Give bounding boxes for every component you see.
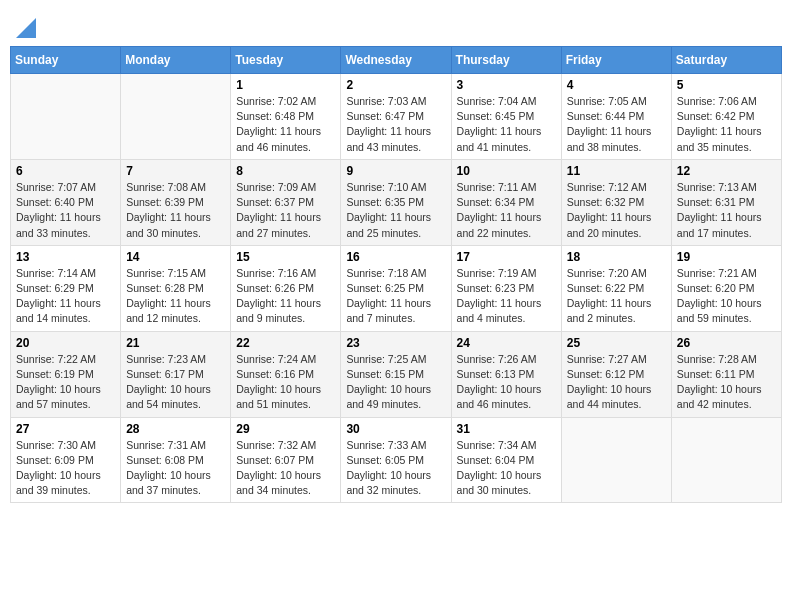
logo-icon (16, 14, 36, 38)
day-info: Sunrise: 7:20 AMSunset: 6:22 PMDaylight:… (567, 266, 666, 327)
day-number: 4 (567, 78, 666, 92)
weekday-header: Saturday (671, 47, 781, 74)
weekday-header: Monday (121, 47, 231, 74)
day-number: 17 (457, 250, 556, 264)
day-number: 19 (677, 250, 776, 264)
calendar-cell: 7Sunrise: 7:08 AMSunset: 6:39 PMDaylight… (121, 159, 231, 245)
calendar-cell: 6Sunrise: 7:07 AMSunset: 6:40 PMDaylight… (11, 159, 121, 245)
day-info: Sunrise: 7:04 AMSunset: 6:45 PMDaylight:… (457, 94, 556, 155)
day-info: Sunrise: 7:25 AMSunset: 6:15 PMDaylight:… (346, 352, 445, 413)
day-info: Sunrise: 7:32 AMSunset: 6:07 PMDaylight:… (236, 438, 335, 499)
calendar-cell: 15Sunrise: 7:16 AMSunset: 6:26 PMDayligh… (231, 245, 341, 331)
day-number: 25 (567, 336, 666, 350)
day-number: 9 (346, 164, 445, 178)
calendar-cell: 27Sunrise: 7:30 AMSunset: 6:09 PMDayligh… (11, 417, 121, 503)
day-number: 22 (236, 336, 335, 350)
day-info: Sunrise: 7:27 AMSunset: 6:12 PMDaylight:… (567, 352, 666, 413)
calendar-header-row: SundayMondayTuesdayWednesdayThursdayFrid… (11, 47, 782, 74)
calendar-cell: 1Sunrise: 7:02 AMSunset: 6:48 PMDaylight… (231, 74, 341, 160)
calendar-week-row: 6Sunrise: 7:07 AMSunset: 6:40 PMDaylight… (11, 159, 782, 245)
calendar-cell: 17Sunrise: 7:19 AMSunset: 6:23 PMDayligh… (451, 245, 561, 331)
calendar-cell: 8Sunrise: 7:09 AMSunset: 6:37 PMDaylight… (231, 159, 341, 245)
calendar-cell (121, 74, 231, 160)
calendar-cell: 21Sunrise: 7:23 AMSunset: 6:17 PMDayligh… (121, 331, 231, 417)
day-info: Sunrise: 7:14 AMSunset: 6:29 PMDaylight:… (16, 266, 115, 327)
day-number: 18 (567, 250, 666, 264)
day-info: Sunrise: 7:12 AMSunset: 6:32 PMDaylight:… (567, 180, 666, 241)
day-info: Sunrise: 7:24 AMSunset: 6:16 PMDaylight:… (236, 352, 335, 413)
day-number: 3 (457, 78, 556, 92)
day-number: 23 (346, 336, 445, 350)
calendar-cell: 9Sunrise: 7:10 AMSunset: 6:35 PMDaylight… (341, 159, 451, 245)
day-info: Sunrise: 7:11 AMSunset: 6:34 PMDaylight:… (457, 180, 556, 241)
day-info: Sunrise: 7:22 AMSunset: 6:19 PMDaylight:… (16, 352, 115, 413)
calendar-cell: 11Sunrise: 7:12 AMSunset: 6:32 PMDayligh… (561, 159, 671, 245)
day-number: 26 (677, 336, 776, 350)
day-info: Sunrise: 7:33 AMSunset: 6:05 PMDaylight:… (346, 438, 445, 499)
day-number: 21 (126, 336, 225, 350)
weekday-header: Tuesday (231, 47, 341, 74)
calendar-cell: 4Sunrise: 7:05 AMSunset: 6:44 PMDaylight… (561, 74, 671, 160)
day-number: 5 (677, 78, 776, 92)
day-number: 1 (236, 78, 335, 92)
calendar-cell: 24Sunrise: 7:26 AMSunset: 6:13 PMDayligh… (451, 331, 561, 417)
day-number: 16 (346, 250, 445, 264)
weekday-header: Friday (561, 47, 671, 74)
calendar-cell (11, 74, 121, 160)
day-info: Sunrise: 7:18 AMSunset: 6:25 PMDaylight:… (346, 266, 445, 327)
calendar-cell: 25Sunrise: 7:27 AMSunset: 6:12 PMDayligh… (561, 331, 671, 417)
calendar-week-row: 1Sunrise: 7:02 AMSunset: 6:48 PMDaylight… (11, 74, 782, 160)
day-number: 28 (126, 422, 225, 436)
calendar-cell: 5Sunrise: 7:06 AMSunset: 6:42 PMDaylight… (671, 74, 781, 160)
day-info: Sunrise: 7:34 AMSunset: 6:04 PMDaylight:… (457, 438, 556, 499)
calendar-cell: 16Sunrise: 7:18 AMSunset: 6:25 PMDayligh… (341, 245, 451, 331)
calendar-cell (561, 417, 671, 503)
weekday-header: Sunday (11, 47, 121, 74)
day-info: Sunrise: 7:02 AMSunset: 6:48 PMDaylight:… (236, 94, 335, 155)
day-number: 13 (16, 250, 115, 264)
day-number: 27 (16, 422, 115, 436)
day-number: 14 (126, 250, 225, 264)
calendar-cell: 18Sunrise: 7:20 AMSunset: 6:22 PMDayligh… (561, 245, 671, 331)
day-info: Sunrise: 7:08 AMSunset: 6:39 PMDaylight:… (126, 180, 225, 241)
day-number: 24 (457, 336, 556, 350)
day-number: 10 (457, 164, 556, 178)
day-info: Sunrise: 7:05 AMSunset: 6:44 PMDaylight:… (567, 94, 666, 155)
day-info: Sunrise: 7:31 AMSunset: 6:08 PMDaylight:… (126, 438, 225, 499)
calendar-cell: 23Sunrise: 7:25 AMSunset: 6:15 PMDayligh… (341, 331, 451, 417)
calendar-cell: 3Sunrise: 7:04 AMSunset: 6:45 PMDaylight… (451, 74, 561, 160)
day-info: Sunrise: 7:10 AMSunset: 6:35 PMDaylight:… (346, 180, 445, 241)
calendar-cell: 26Sunrise: 7:28 AMSunset: 6:11 PMDayligh… (671, 331, 781, 417)
calendar-cell (671, 417, 781, 503)
calendar-cell: 28Sunrise: 7:31 AMSunset: 6:08 PMDayligh… (121, 417, 231, 503)
day-number: 8 (236, 164, 335, 178)
day-info: Sunrise: 7:28 AMSunset: 6:11 PMDaylight:… (677, 352, 776, 413)
calendar-week-row: 27Sunrise: 7:30 AMSunset: 6:09 PMDayligh… (11, 417, 782, 503)
day-info: Sunrise: 7:30 AMSunset: 6:09 PMDaylight:… (16, 438, 115, 499)
svg-marker-0 (16, 18, 36, 38)
day-number: 6 (16, 164, 115, 178)
day-info: Sunrise: 7:21 AMSunset: 6:20 PMDaylight:… (677, 266, 776, 327)
calendar-cell: 2Sunrise: 7:03 AMSunset: 6:47 PMDaylight… (341, 74, 451, 160)
day-number: 20 (16, 336, 115, 350)
day-number: 31 (457, 422, 556, 436)
day-info: Sunrise: 7:19 AMSunset: 6:23 PMDaylight:… (457, 266, 556, 327)
calendar-cell: 10Sunrise: 7:11 AMSunset: 6:34 PMDayligh… (451, 159, 561, 245)
day-number: 7 (126, 164, 225, 178)
weekday-header: Wednesday (341, 47, 451, 74)
day-info: Sunrise: 7:03 AMSunset: 6:47 PMDaylight:… (346, 94, 445, 155)
calendar-cell: 31Sunrise: 7:34 AMSunset: 6:04 PMDayligh… (451, 417, 561, 503)
day-info: Sunrise: 7:16 AMSunset: 6:26 PMDaylight:… (236, 266, 335, 327)
calendar-table: SundayMondayTuesdayWednesdayThursdayFrid… (10, 46, 782, 503)
calendar-cell: 12Sunrise: 7:13 AMSunset: 6:31 PMDayligh… (671, 159, 781, 245)
page-header (10, 10, 782, 38)
calendar-cell: 19Sunrise: 7:21 AMSunset: 6:20 PMDayligh… (671, 245, 781, 331)
calendar-cell: 22Sunrise: 7:24 AMSunset: 6:16 PMDayligh… (231, 331, 341, 417)
logo (14, 10, 36, 38)
day-number: 15 (236, 250, 335, 264)
calendar-cell: 30Sunrise: 7:33 AMSunset: 6:05 PMDayligh… (341, 417, 451, 503)
calendar-cell: 14Sunrise: 7:15 AMSunset: 6:28 PMDayligh… (121, 245, 231, 331)
calendar-week-row: 13Sunrise: 7:14 AMSunset: 6:29 PMDayligh… (11, 245, 782, 331)
calendar-week-row: 20Sunrise: 7:22 AMSunset: 6:19 PMDayligh… (11, 331, 782, 417)
calendar-cell: 29Sunrise: 7:32 AMSunset: 6:07 PMDayligh… (231, 417, 341, 503)
